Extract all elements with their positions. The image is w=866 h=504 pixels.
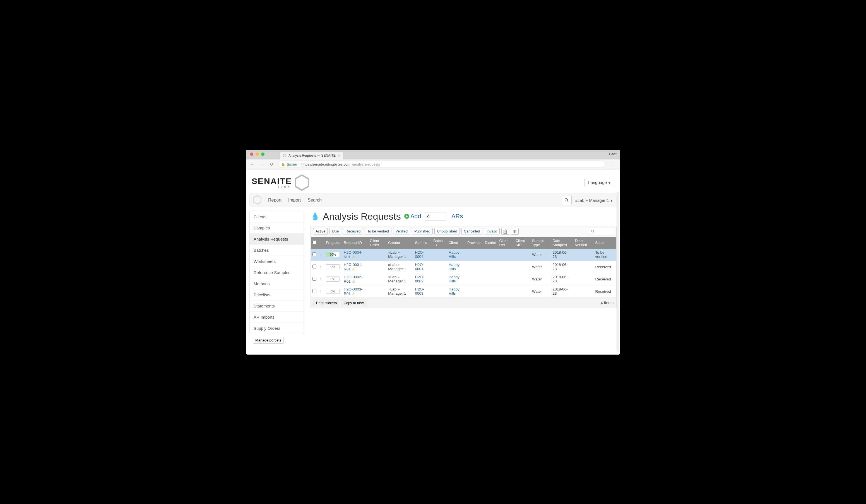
column-header[interactable]: District xyxy=(483,237,498,249)
warning-icon: ⚠ xyxy=(352,279,355,284)
address-bar[interactable]: 🔒 Sicher | https://senaite.ridingbytes.c… xyxy=(278,161,606,168)
clipboard-icon[interactable]: 📋 xyxy=(501,228,509,235)
manage-portlets-button[interactable]: Manage portlets xyxy=(253,337,284,344)
filter-chip[interactable]: Received xyxy=(343,228,363,234)
state-cell: Received xyxy=(593,285,616,297)
filter-chip[interactable]: Due xyxy=(330,228,341,234)
sample-link[interactable]: H2O-0001 xyxy=(415,263,424,271)
tab-close-icon[interactable]: × xyxy=(338,153,340,158)
column-header[interactable]: Client xyxy=(447,237,466,249)
add-button[interactable]: + Add xyxy=(404,213,421,220)
filter-chip[interactable]: Active xyxy=(313,228,328,234)
sidebar-item[interactable]: Supply Orders xyxy=(250,323,303,334)
back-icon[interactable]: ← xyxy=(249,162,256,167)
table-footer: Print stickers Copy to new 4 Items xyxy=(311,298,616,308)
row-checkbox[interactable] xyxy=(312,265,317,268)
app-content: SENAITE LIMS Language▼ Report Import Sea… xyxy=(246,170,620,355)
browser-profile[interactable]: Gast xyxy=(609,152,617,156)
browser-menu-icon[interactable]: ⋮ xyxy=(609,161,617,167)
sidebar-item[interactable]: Pricelists xyxy=(250,289,303,300)
print-stickers-button[interactable]: Print stickers xyxy=(314,300,339,306)
warning-icon: ⚠ xyxy=(352,255,355,259)
nav-search[interactable]: Search xyxy=(308,198,322,203)
browser-tab[interactable]: Analysis Requests — SENAITE × xyxy=(280,152,343,159)
row-checkbox[interactable] xyxy=(312,252,317,256)
logo-text: SENAITE xyxy=(252,176,292,186)
filter-chip[interactable]: Published xyxy=(412,228,433,234)
search-button[interactable] xyxy=(562,195,571,205)
sidebar-item[interactable]: Batches xyxy=(250,245,303,256)
column-header[interactable] xyxy=(311,237,318,249)
state-cell: To be verified xyxy=(593,249,616,261)
svg-point-2 xyxy=(565,198,567,201)
column-header[interactable]: Sample xyxy=(413,237,432,249)
window-zoom[interactable] xyxy=(261,152,265,156)
sample-link[interactable]: H2O-0003 xyxy=(415,287,424,296)
sample-link[interactable]: H2O-0004 xyxy=(415,250,424,259)
hexagon-icon[interactable] xyxy=(253,195,262,205)
client-link[interactable]: Happy Hills xyxy=(448,287,459,296)
copy-to-new-button[interactable]: Copy to new xyxy=(341,300,366,306)
column-header[interactable]: Client SID xyxy=(514,237,530,249)
column-header[interactable]: Date Verified xyxy=(573,237,593,249)
filter-chip[interactable]: To be verified xyxy=(365,228,391,234)
table-search-input[interactable] xyxy=(589,228,614,235)
table-row[interactable]: ↑0%H2O-0002-R01⚠»Lab » Manager 1H2O-0002… xyxy=(311,273,616,285)
table-row[interactable]: ↑0%H2O-0001-R01⚠»Lab » Manager 1H2O-0001… xyxy=(311,261,616,273)
nav-report[interactable]: Report xyxy=(268,198,281,203)
svg-line-5 xyxy=(593,232,594,233)
column-header[interactable]: Date Sampled xyxy=(551,237,573,249)
column-header[interactable]: Progress xyxy=(324,237,342,249)
sidebar-item[interactable]: Clients xyxy=(250,211,303,222)
window-minimize[interactable] xyxy=(256,152,259,156)
column-header[interactable]: Batch ID xyxy=(432,237,447,249)
sidebar-item[interactable]: Samples xyxy=(250,222,303,233)
creator-cell: »Lab » Manager 1 xyxy=(386,285,413,297)
user-dropdown[interactable]: »Lab » Manager 1 ▼ xyxy=(575,198,613,203)
table-row[interactable]: ↑0%H2O-0003-R01⚠»Lab » Manager 1H2O-0003… xyxy=(311,285,616,297)
window-close[interactable] xyxy=(250,152,253,156)
date-sampled-cell: 2018-06-23 xyxy=(551,285,573,297)
filter-chip[interactable]: Unpublished xyxy=(434,228,459,234)
tab-favicon xyxy=(283,154,286,157)
table-row[interactable]: ↑50%H2O-0004-R01⚠»Lab » Manager 1H2O-000… xyxy=(311,249,616,261)
progress-bar: 0% xyxy=(326,276,340,282)
sidebar-item[interactable]: Analysis Requests xyxy=(250,233,303,245)
app-logo[interactable]: SENAITE LIMS xyxy=(252,174,309,191)
column-header[interactable]: Client Ref xyxy=(498,237,514,249)
filter-chip[interactable]: Verified xyxy=(393,228,410,234)
client-link[interactable]: Happy Hills xyxy=(448,275,459,283)
client-link[interactable]: Happy Hills xyxy=(448,250,459,259)
date-sampled-cell: 2018-06-23 xyxy=(551,273,573,285)
sidebar: ClientsSamplesAnalysis RequestsBatchesWo… xyxy=(249,211,304,334)
sidebar-item[interactable]: Reference Samples xyxy=(250,267,303,278)
trash-icon[interactable]: 🗑 xyxy=(511,228,519,235)
scrollbar-vertical[interactable] xyxy=(617,192,619,352)
sidebar-item[interactable]: Methods xyxy=(250,278,303,289)
language-dropdown[interactable]: Language▼ xyxy=(585,178,614,187)
reload-icon[interactable]: ⟳ xyxy=(269,162,275,167)
add-count-input[interactable] xyxy=(425,212,446,220)
column-header[interactable]: State xyxy=(593,237,616,249)
priority-icon: ↑ xyxy=(320,253,322,257)
column-header[interactable]: Creator xyxy=(386,237,413,249)
nav-import[interactable]: Import xyxy=(288,198,301,203)
sidebar-item[interactable]: AR Imports xyxy=(250,312,303,323)
date-sampled-cell: 2018-06-23 xyxy=(551,261,573,273)
column-header[interactable]: Province xyxy=(466,237,483,249)
sample-link[interactable]: H2O-0002 xyxy=(415,275,424,283)
sidebar-item[interactable]: Statements xyxy=(250,300,303,312)
row-checkbox[interactable] xyxy=(312,289,317,293)
column-header[interactable]: Request ID xyxy=(342,237,368,249)
column-header[interactable]: Client Order xyxy=(368,237,387,249)
ars-link[interactable]: ARs xyxy=(452,213,463,220)
filter-chip[interactable]: Cancelled xyxy=(462,228,483,234)
column-header[interactable] xyxy=(318,237,324,249)
row-checkbox[interactable] xyxy=(312,277,317,281)
sidebar-item[interactable]: Worksheets xyxy=(250,256,303,267)
column-header[interactable]: Sample Type xyxy=(530,237,551,249)
filter-chip[interactable]: Invalid xyxy=(484,228,500,234)
client-link[interactable]: Happy Hills xyxy=(448,263,459,271)
select-all-checkbox[interactable] xyxy=(312,240,317,244)
table-container: ActiveDueReceivedTo be verifiedVerifiedP… xyxy=(311,226,617,308)
